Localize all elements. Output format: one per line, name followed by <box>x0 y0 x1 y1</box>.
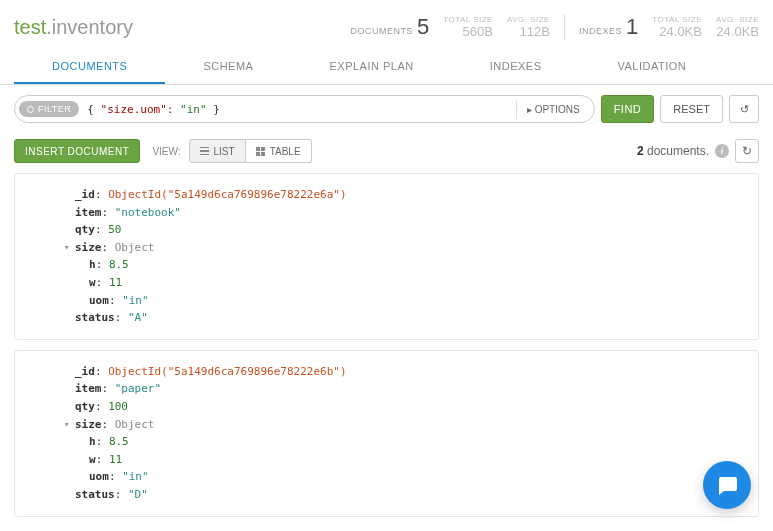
tabs: DOCUMENTS SCHEMA EXPLAIN PLAN INDEXES VA… <box>0 50 773 85</box>
refresh-icon: ↻ <box>742 144 752 158</box>
list-icon <box>200 147 209 156</box>
info-icon[interactable]: i <box>715 144 729 158</box>
view-table-button[interactable]: TABLE <box>246 139 312 163</box>
table-icon <box>256 147 265 156</box>
stat-idx-avg-size: AVG. SIZE 24.0KB <box>716 15 759 39</box>
collection-header: test.inventory DOCUMENTS 5 TOTAL SIZE 56… <box>0 0 773 50</box>
chat-widget-button[interactable] <box>703 461 751 509</box>
history-icon: ↺ <box>740 103 749 116</box>
filter-indicator-icon <box>27 106 34 113</box>
view-label: VIEW: <box>152 146 180 157</box>
view-toggle: LIST TABLE <box>189 139 312 163</box>
stat-value: 5 <box>417 14 429 40</box>
namespace: test.inventory <box>14 16 350 39</box>
stat-indexes: INDEXES 1 <box>579 14 638 40</box>
stat-documents: DOCUMENTS 5 <box>350 14 429 40</box>
tab-schema[interactable]: SCHEMA <box>165 50 291 84</box>
documents-list: _id: ObjectId("5a149d6ca769896e78222e6a"… <box>0 173 773 531</box>
stat-doc-total-size: TOTAL SIZE 560B <box>443 15 493 39</box>
tab-explain-plan[interactable]: EXPLAIN PLAN <box>291 50 451 84</box>
stat-label: DOCUMENTS <box>350 26 413 36</box>
view-list-button[interactable]: LIST <box>189 139 246 163</box>
tab-documents[interactable]: DOCUMENTS <box>14 50 165 84</box>
filter-input[interactable]: FILTER { "size.uom": "in" } ▸ OPTIONS <box>14 95 595 123</box>
documents-toolbar: INSERT DOCUMENT VIEW: LIST TABLE 2 docum… <box>0 133 773 173</box>
options-toggle[interactable]: ▸ OPTIONS <box>516 100 590 119</box>
collection-stats: DOCUMENTS 5 TOTAL SIZE 560B AVG. SIZE 11… <box>350 14 759 40</box>
refresh-button[interactable]: ↻ <box>735 139 759 163</box>
separator <box>564 14 565 40</box>
stat-value: 1 <box>626 14 638 40</box>
stat-doc-avg-size: AVG. SIZE 112B <box>507 15 550 39</box>
chat-icon <box>715 473 739 497</box>
document-card[interactable]: _id: ObjectId("5a149d6ca769896e78222e6b"… <box>14 350 759 517</box>
database-name: test <box>14 16 46 38</box>
reset-button[interactable]: RESET <box>660 95 723 123</box>
tab-indexes[interactable]: INDEXES <box>452 50 580 84</box>
result-summary: 2 documents. i ↻ <box>637 139 759 163</box>
find-button[interactable]: FIND <box>601 95 655 123</box>
document-card[interactable]: _id: ObjectId("5a149d6ca769896e78222e6a"… <box>14 173 759 340</box>
history-button[interactable]: ↺ <box>729 95 759 123</box>
filter-text[interactable]: { "size.uom": "in" } <box>79 103 516 116</box>
insert-document-button[interactable]: INSERT DOCUMENT <box>14 139 140 163</box>
stat-label: INDEXES <box>579 26 622 36</box>
query-bar: FILTER { "size.uom": "in" } ▸ OPTIONS FI… <box>0 85 773 133</box>
stat-idx-total-size: TOTAL SIZE 24.0KB <box>652 15 702 39</box>
collection-name: .inventory <box>46 16 133 38</box>
filter-pill: FILTER <box>19 101 79 117</box>
tab-validation[interactable]: VALIDATION <box>580 50 725 84</box>
